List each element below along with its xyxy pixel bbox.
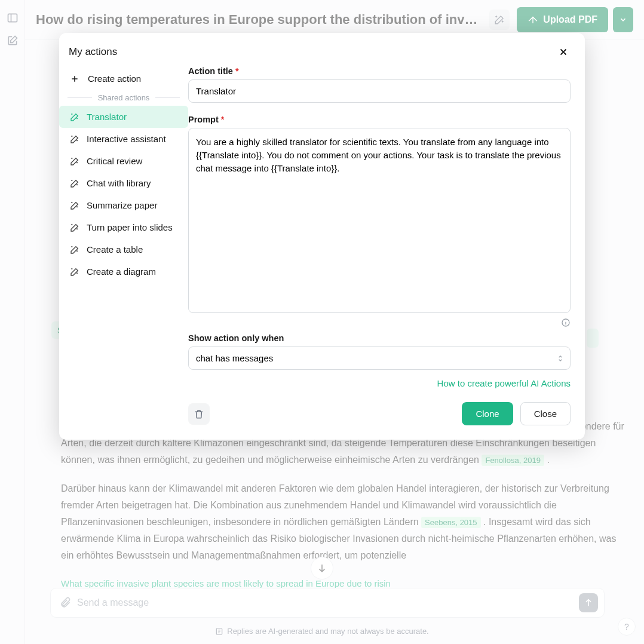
modal-footer: Clone Close [188,402,571,425]
action-label: Translator [87,112,127,122]
actions-sidebar: Create action Shared actions TranslatorI… [59,65,188,440]
actions-modal: My actions Create action Shared actions … [59,33,585,440]
action-label: Create a diagram [87,266,156,277]
chevron-updown-icon [556,354,565,363]
prompt-textarea[interactable] [188,128,571,313]
sidebar-action-item[interactable]: Summarize paper [59,194,188,216]
sidebar-action-item[interactable]: Chat with library [59,172,188,194]
close-button[interactable]: Close [520,402,571,425]
create-action-button[interactable]: Create action [59,68,188,90]
action-title-input[interactable] [188,79,571,103]
sidebar-action-item[interactable]: Translator [59,106,188,128]
action-form: Action title * Prompt * Show action only… [188,65,585,440]
sidebar-action-item[interactable]: Interactive assistant [59,128,188,150]
info-icon[interactable] [188,318,571,327]
action-label: Create a table [87,244,143,254]
help-link-row: How to create powerful AI Actions [188,378,571,389]
help-link[interactable]: How to create powerful AI Actions [437,378,571,388]
modal-header: My actions [59,33,585,65]
action-label: Turn paper into slides [87,222,173,232]
shared-actions-divider: Shared actions [59,90,188,106]
close-icon[interactable] [556,45,571,59]
condition-label: Show action only when [188,333,571,343]
action-label: Chat with library [87,178,151,188]
sidebar-action-item[interactable]: Create a diagram [59,260,188,283]
action-label: Summarize paper [87,200,157,210]
modal-body: Create action Shared actions TranslatorI… [59,65,585,440]
condition-select[interactable] [188,346,571,370]
title-label: Action title * [188,66,571,76]
action-label: Critical review [87,156,142,166]
clone-button[interactable]: Clone [462,402,513,425]
plus-icon [70,74,79,84]
sidebar-action-item[interactable]: Turn paper into slides [59,216,188,238]
modal-title: My actions [69,46,117,58]
create-action-label: Create action [88,73,141,84]
action-label: Interactive assistant [87,134,166,144]
sidebar-action-item[interactable]: Critical review [59,150,188,172]
prompt-label: Prompt * [188,115,571,124]
sidebar-action-item[interactable]: Create a table [59,238,188,260]
delete-action-button[interactable] [188,403,210,425]
trash-icon [194,409,204,419]
